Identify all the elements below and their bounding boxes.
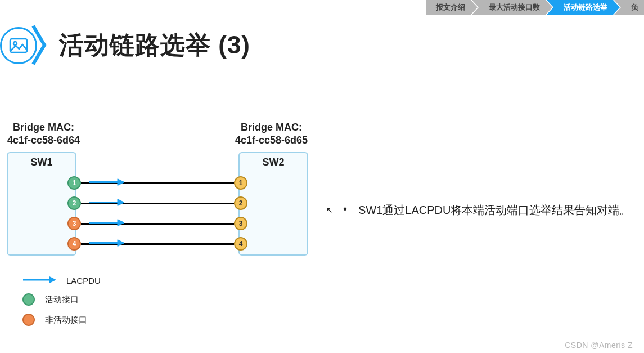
crumb-2[interactable]: 活动链路选举	[547, 0, 620, 15]
links: 1 1 2 2 3 3	[7, 152, 308, 253]
title-row: 活动链路选举 (3)	[0, 23, 250, 68]
inactive-dot-icon	[22, 314, 35, 326]
legend-lacpdu: LACPDU	[22, 276, 101, 285]
svg-marker-9	[118, 240, 124, 247]
chevron-right-icon	[31, 23, 53, 68]
sw1-port-1: 1	[67, 176, 81, 190]
link-row-4: 4 4	[7, 235, 308, 252]
link-row-2: 2 2	[7, 195, 308, 212]
legend: LACPDU 活动接口 非活动接口	[22, 276, 101, 334]
sw2-mac-value: 4c1f-cc58-6d65	[235, 135, 308, 146]
sw1-port-3: 3	[67, 217, 81, 230]
svg-point-1	[13, 42, 17, 45]
lacpdu-arrow-4	[88, 239, 124, 247]
svg-marker-11	[49, 276, 56, 283]
sw2-port-3: 3	[234, 217, 247, 230]
cursor-icon: ↖	[326, 205, 333, 215]
lacpdu-arrow-3	[88, 219, 124, 227]
sw1-mac-value: 4c1f-cc58-6d64	[7, 135, 80, 146]
svg-marker-5	[118, 199, 124, 206]
legend-lacpdu-label: LACPDU	[66, 276, 101, 285]
sw2-port-1: 1	[234, 176, 247, 190]
legend-inactive: 非活动接口	[22, 314, 101, 326]
sw2-port-2: 2	[234, 196, 247, 210]
page-title: 活动链路选举 (3)	[59, 29, 250, 62]
description-text: SW1通过LACPDU将本端活动端口选举结果告知对端。	[358, 203, 631, 218]
link-row-1: 1 1	[7, 175, 308, 191]
lacpdu-arrow-2	[88, 199, 124, 207]
legend-inactive-label: 非活动接口	[45, 315, 87, 325]
link-row-3: 3 3	[7, 215, 308, 232]
svg-rect-0	[10, 39, 27, 52]
lacpdu-arrow-1	[88, 178, 124, 186]
sw1-port-2: 2	[67, 196, 81, 210]
watermark: CSDN @Ameris Z	[565, 341, 633, 350]
svg-marker-7	[118, 220, 124, 226]
sw1-mac-title: Bridge MAC:	[13, 122, 74, 133]
sw2-port-4: 4	[234, 237, 247, 251]
description: • SW1通过LACPDU将本端活动端口选举结果告知对端。	[343, 203, 633, 218]
sw2-mac-label: Bridge MAC: 4c1f-cc58-6d65	[228, 121, 315, 146]
title-icon-group	[0, 23, 45, 68]
bullet-icon: •	[343, 203, 347, 218]
active-dot-icon	[22, 293, 35, 306]
breadcrumb: 报文介绍 最大活动接口数 活动链路选举 负	[426, 0, 644, 15]
legend-active: 活动接口	[22, 293, 101, 306]
arrow-icon	[22, 276, 56, 285]
sw1-port-4: 4	[67, 237, 81, 251]
svg-marker-3	[118, 179, 124, 186]
crumb-0[interactable]: 报文介绍	[426, 0, 478, 15]
sw1-mac-label: Bridge MAC: 4c1f-cc58-6d64	[0, 121, 87, 146]
topology-diagram: Bridge MAC: 4c1f-cc58-6d64 Bridge MAC: 4…	[0, 121, 315, 256]
sw2-mac-title: Bridge MAC:	[241, 122, 302, 133]
crumb-1[interactable]: 最大活动接口数	[472, 0, 552, 15]
legend-active-label: 活动接口	[45, 294, 79, 305]
